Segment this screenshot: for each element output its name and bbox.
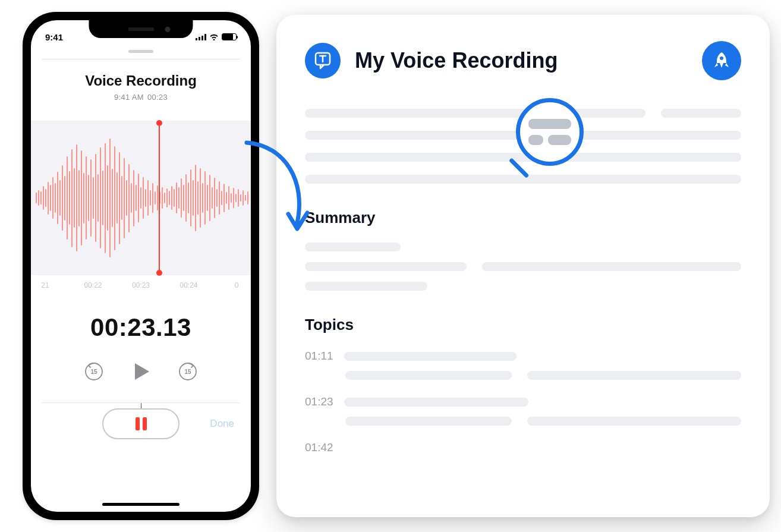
transcript-placeholder xyxy=(305,109,741,184)
topics-heading: Topics xyxy=(305,316,741,334)
card-title: My Voice Recording xyxy=(355,48,688,73)
summary-heading: Summary xyxy=(305,209,741,227)
divider xyxy=(42,59,240,59)
arrow-icon xyxy=(235,134,318,243)
skip-forward-15-button[interactable]: 15 xyxy=(178,361,198,382)
waveform-container[interactable] xyxy=(31,121,251,275)
main-timer: 00:23.13 xyxy=(31,313,251,342)
tick: 21 xyxy=(33,281,57,289)
topic-item[interactable]: 01:23 xyxy=(305,395,741,426)
svg-text:15: 15 xyxy=(90,369,97,375)
topic-timestamp: 01:42 xyxy=(305,441,335,454)
topic-timestamp: 01:11 xyxy=(305,350,335,363)
tick: 00:24 xyxy=(177,281,201,289)
app-logo-icon xyxy=(305,43,341,78)
pause-icon xyxy=(136,417,140,430)
tick: 00:22 xyxy=(81,281,105,289)
battery-icon xyxy=(222,33,237,40)
topic-timestamp: 01:23 xyxy=(305,395,335,408)
phone-screen: 9:41 Voice Recording 9:41 AM00:23 21 00:… xyxy=(31,20,251,512)
signal-icon xyxy=(196,34,206,40)
rocket-icon xyxy=(711,50,732,71)
tick: 0 xyxy=(225,281,248,289)
home-indicator[interactable] xyxy=(102,503,179,506)
svg-point-5 xyxy=(720,56,723,60)
recording-duration: 00:23 xyxy=(147,93,168,102)
svg-text:15: 15 xyxy=(184,369,191,375)
recording-subtitle: 9:41 AM00:23 xyxy=(31,93,251,102)
summary-placeholder xyxy=(305,243,741,291)
wifi-icon xyxy=(209,33,219,40)
bottom-row: Done xyxy=(31,408,251,439)
topic-item[interactable]: 01:11 xyxy=(305,350,741,380)
timeline-ticks: 21 00:22 00:23 00:24 0 xyxy=(31,275,251,289)
drag-handle[interactable] xyxy=(128,50,153,53)
playhead[interactable] xyxy=(159,123,160,273)
play-button[interactable] xyxy=(129,360,153,383)
topic-item[interactable]: 01:42 xyxy=(305,441,741,454)
recording-title: Voice Recording xyxy=(31,73,251,89)
skip-back-15-button[interactable]: 15 xyxy=(84,361,104,382)
done-button[interactable]: Done xyxy=(210,418,234,430)
waveform xyxy=(31,134,251,262)
pause-icon xyxy=(143,417,147,430)
transport-controls: 15 15 xyxy=(31,360,251,383)
recording-time: 9:41 AM xyxy=(114,93,144,102)
phone-frame: 9:41 Voice Recording 9:41 AM00:23 21 00:… xyxy=(23,12,259,520)
transcript-card: My Voice Recording Summary xyxy=(276,15,770,517)
phone-notch xyxy=(89,20,193,38)
card-header: My Voice Recording xyxy=(305,41,741,80)
status-time: 9:41 xyxy=(45,32,63,42)
magnifier-icon xyxy=(516,98,584,166)
pause-button[interactable] xyxy=(102,408,179,439)
rocket-button[interactable] xyxy=(702,41,741,80)
tick: 00:23 xyxy=(129,281,153,289)
status-icons xyxy=(196,33,237,40)
